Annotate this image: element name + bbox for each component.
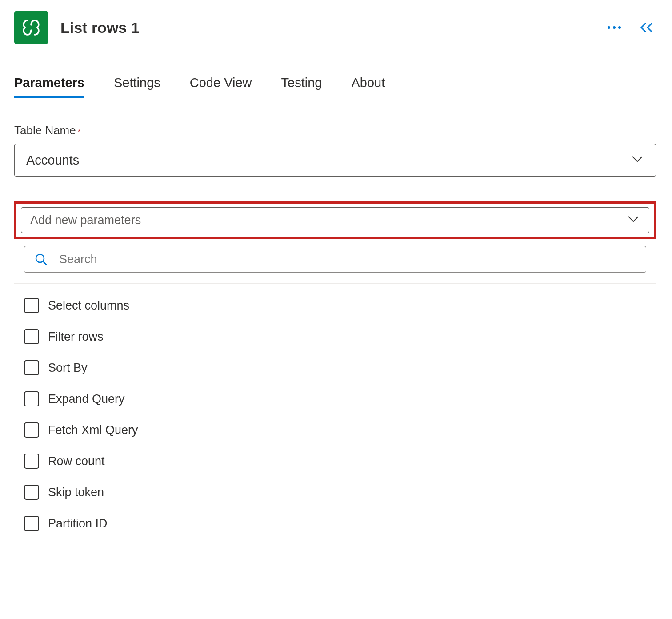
svg-line-4 xyxy=(43,261,46,265)
option-label: Fetch Xml Query xyxy=(48,423,138,437)
option-label: Skip token xyxy=(48,486,104,499)
checkbox[interactable] xyxy=(24,298,39,313)
option-sort-by[interactable]: Sort By xyxy=(24,352,646,383)
tab-settings[interactable]: Settings xyxy=(114,76,160,98)
checkbox[interactable] xyxy=(24,454,39,469)
option-select-columns[interactable]: Select columns xyxy=(24,290,646,321)
option-label: Sort By xyxy=(48,361,88,375)
checkbox[interactable] xyxy=(24,422,39,438)
add-parameters-highlight: Add new parameters xyxy=(14,201,656,239)
add-new-parameters-placeholder: Add new parameters xyxy=(30,213,141,227)
parameters-dropdown-panel: Select columns Filter rows Sort By Expan… xyxy=(14,244,656,542)
option-filter-rows[interactable]: Filter rows xyxy=(24,321,646,352)
tab-about[interactable]: About xyxy=(351,76,385,98)
more-options-button[interactable] xyxy=(605,19,623,36)
add-new-parameters-dropdown[interactable]: Add new parameters xyxy=(21,207,649,233)
collapse-panel-button[interactable] xyxy=(638,19,656,36)
parameters-options-list: Select columns Filter rows Sort By Expan… xyxy=(14,287,656,542)
svg-point-1 xyxy=(613,26,616,29)
ellipsis-icon xyxy=(607,25,622,30)
checkbox[interactable] xyxy=(24,329,39,344)
svg-point-0 xyxy=(608,26,610,29)
option-expand-query[interactable]: Expand Query xyxy=(24,383,646,414)
chevron-down-icon xyxy=(631,152,644,169)
option-label: Select columns xyxy=(48,299,129,313)
checkbox[interactable] xyxy=(24,516,39,531)
table-name-select[interactable]: Accounts xyxy=(14,144,656,177)
option-skip-token[interactable]: Skip token xyxy=(24,477,646,508)
tab-code-view[interactable]: Code View xyxy=(190,76,252,98)
table-name-label-row: Table Name* xyxy=(14,124,656,137)
dropdown-divider xyxy=(14,283,656,284)
search-input[interactable] xyxy=(58,252,636,267)
checkbox[interactable] xyxy=(24,360,39,375)
tab-parameters[interactable]: Parameters xyxy=(14,76,84,98)
double-chevron-left-icon xyxy=(640,21,655,34)
connector-icon xyxy=(14,11,48,44)
action-header: List rows 1 xyxy=(14,11,656,44)
option-label: Partition ID xyxy=(48,517,108,531)
option-fetch-xml-query[interactable]: Fetch Xml Query xyxy=(24,414,646,446)
option-label: Row count xyxy=(48,454,105,468)
checkbox[interactable] xyxy=(24,391,39,406)
action-title: List rows 1 xyxy=(60,19,140,36)
option-label: Expand Query xyxy=(48,392,125,406)
option-row-count[interactable]: Row count xyxy=(24,446,646,477)
search-icon xyxy=(34,253,48,266)
option-label: Filter rows xyxy=(48,330,104,344)
tab-testing[interactable]: Testing xyxy=(281,76,322,98)
chevron-down-icon xyxy=(627,212,640,229)
table-name-value: Accounts xyxy=(26,153,79,168)
tab-bar: Parameters Settings Code View Testing Ab… xyxy=(14,76,656,98)
required-asterisk: * xyxy=(78,128,80,136)
checkbox[interactable] xyxy=(24,485,39,500)
svg-point-2 xyxy=(618,26,621,29)
table-name-label: Table Name xyxy=(14,124,76,137)
parameters-search-box[interactable] xyxy=(24,246,646,273)
option-partition-id[interactable]: Partition ID xyxy=(24,508,646,539)
